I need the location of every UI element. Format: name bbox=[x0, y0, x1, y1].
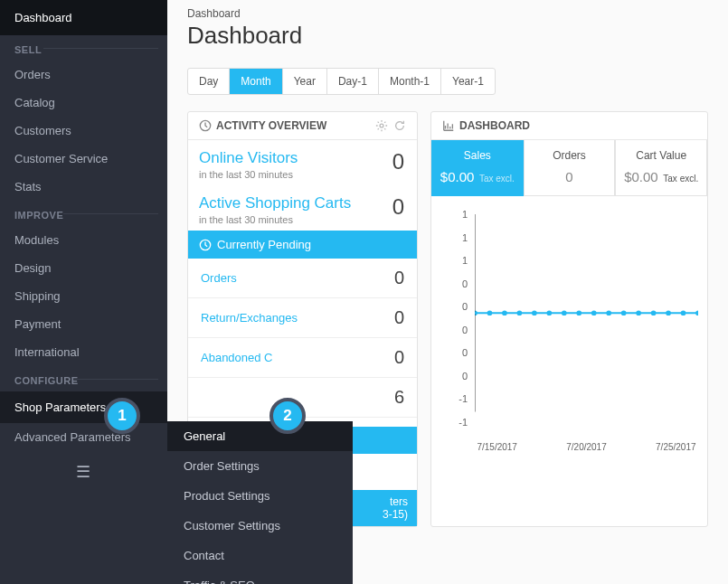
activity-title-text: ACTIVITY OVERVIEW bbox=[216, 119, 326, 132]
pending-orders-label: Orders bbox=[201, 271, 237, 285]
pending-header-text: Currently Pending bbox=[217, 238, 311, 251]
metric-tab-cart-value[interactable]: Cart Value $0.00 Tax excl. bbox=[615, 140, 707, 196]
metric-cart-value: $0.00 bbox=[624, 169, 658, 184]
submenu-order-settings[interactable]: Order Settings bbox=[167, 451, 353, 481]
refresh-icon[interactable] bbox=[393, 119, 406, 132]
time-tab-year-1[interactable]: Year-1 bbox=[441, 69, 495, 94]
page-title: Dashboard bbox=[167, 22, 728, 68]
nav-dashboard[interactable]: Dashboard bbox=[0, 0, 167, 35]
gear-icon[interactable] bbox=[375, 119, 388, 132]
y-tick: -1 bbox=[459, 417, 468, 428]
nav-payment[interactable]: Payment bbox=[0, 310, 167, 338]
y-tick: 1 bbox=[462, 209, 468, 220]
metric-tab-orders[interactable]: Orders 0 bbox=[524, 140, 616, 196]
nav-design[interactable]: Design bbox=[0, 254, 167, 282]
pending-returns-value: 0 bbox=[394, 307, 404, 328]
sidebar: Dashboard SELL Orders Catalog Customers … bbox=[0, 0, 167, 584]
sales-chart: 11100000-1-1 7/15/20177/20/20177/25/2017 bbox=[431, 196, 707, 467]
time-tab-day-1[interactable]: Day-1 bbox=[327, 69, 379, 94]
submenu-product-settings[interactable]: Product Settings bbox=[167, 481, 353, 511]
chart-plot bbox=[475, 214, 698, 412]
dashboard-title-text: DASHBOARD bbox=[459, 119, 530, 132]
nav-stats[interactable]: Stats bbox=[0, 173, 167, 201]
y-tick: 1 bbox=[462, 255, 468, 266]
collapse-menu-icon[interactable]: ☰ bbox=[0, 451, 167, 493]
breadcrumb: Dashboard bbox=[167, 0, 728, 22]
pending-header: Currently Pending bbox=[188, 231, 417, 259]
pending-abandoned[interactable]: Abandoned C 0 bbox=[188, 338, 417, 378]
clock-icon bbox=[199, 239, 212, 251]
time-tab-year[interactable]: Year bbox=[283, 69, 327, 94]
y-tick: 0 bbox=[462, 278, 468, 289]
active-carts-value: 0 bbox=[392, 194, 404, 220]
svg-point-1 bbox=[380, 124, 383, 127]
nav-catalog[interactable]: Catalog bbox=[0, 89, 167, 117]
time-tab-month[interactable]: Month bbox=[230, 69, 282, 94]
online-visitors-stat[interactable]: Online Visitors in the last 30 minutes 0 bbox=[188, 140, 417, 185]
step-badge-1: 1 bbox=[104, 398, 140, 434]
metric-sales-name: Sales bbox=[436, 149, 519, 162]
chart-y-axis: 11100000-1-1 bbox=[440, 214, 468, 422]
y-tick: 0 bbox=[462, 371, 468, 381]
nav-section-sell: SELL bbox=[0, 35, 167, 61]
y-tick: 1 bbox=[462, 232, 468, 243]
dashboard-panel-title: DASHBOARD bbox=[442, 119, 530, 132]
pending-returns-label: Return/Exchanges bbox=[201, 311, 298, 325]
bar-chart-icon bbox=[442, 119, 455, 132]
nav-section-improve: IMPROVE bbox=[0, 201, 167, 226]
time-tab-month-1[interactable]: Month-1 bbox=[379, 69, 441, 94]
x-tick: 7/25/2017 bbox=[656, 442, 696, 452]
pending-abandoned-value: 0 bbox=[394, 347, 404, 368]
metric-sales-value: $0.00 bbox=[440, 169, 475, 184]
y-tick: 0 bbox=[462, 347, 468, 358]
activity-panel-title: ACTIVITY OVERVIEW bbox=[199, 119, 326, 132]
metric-tab-sales[interactable]: Sales $0.00 Tax excl. bbox=[431, 140, 524, 196]
dashboard-panel: DASHBOARD Sales $0.00 Tax excl. Orders 0… bbox=[430, 111, 708, 527]
nav-customers[interactable]: Customers bbox=[0, 117, 167, 145]
submenu-contact[interactable]: Contact bbox=[167, 541, 353, 570]
nav-customer-service[interactable]: Customer Service bbox=[0, 145, 167, 173]
nav-section-configure: CONFIGURE bbox=[0, 366, 167, 391]
y-tick: 0 bbox=[462, 301, 468, 312]
submenu-traffic-seo[interactable]: Traffic & SEO bbox=[167, 570, 353, 584]
clock-icon bbox=[199, 119, 212, 132]
shop-parameters-submenu: General Order Settings Product Settings … bbox=[167, 421, 353, 584]
online-visitors-value: 0 bbox=[392, 149, 404, 174]
metric-orders-name: Orders bbox=[528, 149, 611, 162]
step-badge-2: 2 bbox=[269, 398, 306, 434]
pending-row-4-value: 6 bbox=[394, 387, 404, 408]
metric-orders-value: 0 bbox=[565, 169, 572, 184]
active-carts-stat[interactable]: Active Shopping Carts in the last 30 min… bbox=[188, 185, 417, 231]
metric-cart-name: Cart Value bbox=[619, 149, 703, 162]
submenu-general[interactable]: General bbox=[167, 421, 353, 451]
active-carts-label: Active Shopping Carts bbox=[199, 194, 406, 212]
x-tick: 7/15/2017 bbox=[477, 442, 517, 452]
pending-orders[interactable]: Orders 0 bbox=[188, 259, 417, 298]
pending-abandoned-label: Abandoned C bbox=[201, 351, 273, 364]
metric-cart-sub: Tax excl. bbox=[663, 174, 698, 184]
time-range-tabs: Day Month Year Day-1 Month-1 Year-1 bbox=[187, 68, 496, 95]
nav-advanced-parameters[interactable]: Advanced Parameters bbox=[0, 423, 167, 451]
pending-orders-value: 0 bbox=[394, 268, 404, 288]
nav-international[interactable]: International bbox=[0, 338, 167, 366]
nav-modules[interactable]: Modules bbox=[0, 226, 167, 254]
y-tick: 0 bbox=[462, 325, 468, 335]
online-visitors-label: Online Visitors bbox=[199, 149, 406, 167]
time-tab-day[interactable]: Day bbox=[188, 69, 230, 94]
x-tick: 7/20/2017 bbox=[566, 442, 607, 452]
nav-shipping[interactable]: Shipping bbox=[0, 282, 167, 310]
online-visitors-sub: in the last 30 minutes bbox=[199, 169, 406, 180]
metric-tabs: Sales $0.00 Tax excl. Orders 0 Cart Valu… bbox=[431, 140, 707, 196]
active-carts-sub: in the last 30 minutes bbox=[199, 214, 406, 225]
y-tick: -1 bbox=[459, 393, 468, 404]
submenu-customer-settings[interactable]: Customer Settings bbox=[167, 511, 353, 541]
pending-returns[interactable]: Return/Exchanges 0 bbox=[188, 298, 417, 338]
nav-orders[interactable]: Orders bbox=[0, 61, 167, 89]
nav-shop-parameters[interactable]: Shop Parameters bbox=[0, 391, 167, 423]
metric-sales-sub: Tax excl. bbox=[479, 174, 515, 184]
